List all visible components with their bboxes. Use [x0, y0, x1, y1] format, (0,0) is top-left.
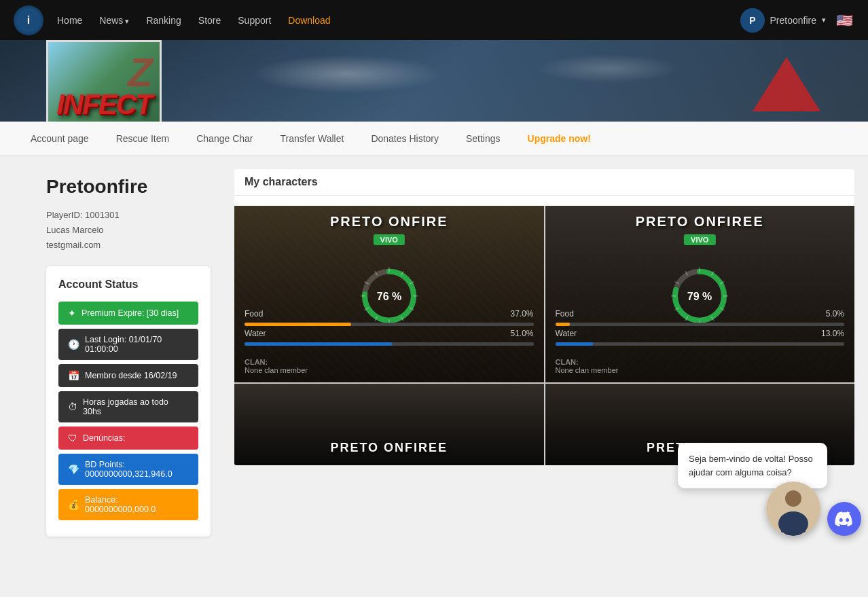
food-stat-row-2: Food 5.0%	[556, 309, 845, 319]
svg-text:79 %: 79 %	[687, 291, 712, 302]
hero-logo-inner: INFECT Z	[48, 42, 160, 122]
navbar-logo-icon[interactable]: i	[14, 5, 43, 35]
hero-logo-box: INFECT Z	[46, 40, 162, 122]
water-bar-1	[245, 342, 534, 346]
food-label-2: Food	[556, 309, 574, 319]
calendar-icon: 📅	[68, 370, 79, 381]
char-card-3[interactable]: PRETO ONFIREE	[234, 384, 544, 465]
subnav-transfer-wallet[interactable]: Transfer Wallet	[277, 133, 348, 144]
char-clan-2: CLAN: None clan member	[556, 358, 845, 374]
balance-label: Balance: 0000000000,000.0	[85, 495, 189, 514]
nav-home[interactable]: Home	[57, 15, 82, 26]
food-stat-row-1: Food 37.0%	[245, 309, 534, 319]
nav-support[interactable]: Support	[238, 15, 271, 26]
food-bar-fill-2	[556, 323, 570, 326]
water-value-2: 13.0%	[821, 329, 844, 338]
player-id: PlayerID: 1001301	[46, 208, 211, 223]
premium-label: Premium Expire: [30 dias]	[82, 308, 179, 318]
clock-icon: 🕐	[68, 339, 79, 350]
subnav-account-page[interactable]: Account page	[27, 133, 92, 144]
char-stats-1: Food 37.0% Water 51.0%	[245, 309, 534, 348]
nav-news[interactable]: News	[99, 15, 129, 26]
water-bar-2	[556, 342, 845, 346]
svg-text:i: i	[27, 14, 30, 26]
subnav-settings[interactable]: Settings	[463, 133, 504, 144]
subnav: Account page Rescue Item Change Char Tra…	[0, 122, 868, 156]
water-label-2: Water	[556, 329, 577, 338]
vivo-badge-2: VIVO	[684, 234, 715, 245]
account-status-title: Account Status	[58, 278, 198, 291]
chat-bubble-text: Seja bem-vindo de volta! Posso ajudar co…	[689, 454, 813, 477]
hero-logo-text: INFECT	[56, 88, 151, 121]
last-login-btn: 🕐 Last Login: 01/01/70 01:00:00	[58, 329, 198, 360]
hero-banner: INFECT Z	[0, 40, 868, 122]
clan-label-1: CLAN:	[245, 358, 534, 366]
brand-triangle	[753, 57, 820, 111]
reports-btn: 🛡 Denúncias:	[58, 427, 198, 450]
nav-store[interactable]: Store	[198, 15, 221, 26]
navbar-dropdown-icon: ▾	[822, 16, 826, 24]
characters-wrapper: My characters PRETO ONFIRE VIVO	[234, 169, 854, 465]
profile-name: Pretoonfire	[46, 176, 211, 198]
shield-icon: 🛡	[68, 433, 77, 444]
wallet-icon: 💰	[68, 499, 79, 510]
clan-value-1: None clan member	[245, 366, 534, 374]
nav-download[interactable]: Download	[288, 15, 330, 26]
chat-bubble: Seja bem-vindo de volta! Posso ajudar co…	[678, 443, 827, 488]
char-name-2: PRETO ONFIREE	[545, 214, 855, 230]
food-value-1: 37.0%	[510, 309, 533, 319]
subnav-rescue-item[interactable]: Rescue Item	[113, 133, 173, 144]
chat-avatar[interactable]	[766, 482, 820, 536]
food-bar-fill-1	[245, 323, 351, 326]
discord-icon	[835, 511, 854, 526]
reports-label: Denúncias:	[83, 433, 126, 443]
member-since-btn: 📅 Membro desde 16/02/19	[58, 364, 198, 387]
char-card-1[interactable]: PRETO ONFIRE VIVO	[234, 206, 544, 382]
navbar-avatar: P	[740, 8, 765, 33]
subnav-upgrade[interactable]: Upgrade now!	[524, 133, 594, 144]
profile-info: PlayerID: 1001301 Lucas Marcelo testgmai…	[46, 208, 211, 253]
playtime-btn: ⏱ Horas jogadas ao todo 30hs	[58, 391, 198, 422]
characters-grid: PRETO ONFIRE VIVO	[234, 206, 854, 465]
water-value-1: 51.0%	[510, 329, 533, 338]
char-stats-2: Food 5.0% Water 13.0%	[556, 309, 845, 348]
char-clan-1: CLAN: None clan member	[245, 358, 534, 374]
my-characters-title: My characters	[234, 169, 854, 196]
last-login-label: Last Login: 01/01/70 01:00:00	[85, 335, 189, 354]
water-bar-fill-2	[556, 342, 593, 346]
sidebar: Pretoonfire PlayerID: 1001301 Lucas Marc…	[0, 156, 224, 597]
vivo-badge-1: VIVO	[374, 234, 405, 245]
food-value-2: 5.0%	[826, 309, 844, 319]
water-stat-row-2: Water 13.0%	[556, 329, 845, 338]
member-since-label: Membro desde 16/02/19	[85, 371, 177, 380]
food-bar-2	[556, 323, 845, 326]
char-name-3: PRETO ONFIREE	[234, 441, 544, 455]
svg-text:P: P	[749, 15, 755, 26]
clan-label-2: CLAN:	[556, 358, 845, 366]
playtime-label: Horas jogadas ao todo 30hs	[83, 397, 189, 416]
char-card-2[interactable]: PRETO ONFIREE VIVO	[545, 206, 855, 382]
water-stat-row-1: Water 51.0%	[245, 329, 534, 338]
premium-status-btn[interactable]: ✦ Premium Expire: [30 dias]	[58, 302, 198, 325]
navbar: i Home News Ranking Store Support Downlo…	[0, 0, 868, 40]
bd-points-label: BD Points: 0000000000,321,946.0	[85, 460, 189, 479]
page-body: Pretoonfire PlayerID: 1001301 Lucas Marc…	[0, 156, 868, 597]
food-bar-1	[245, 323, 534, 326]
svg-point-35	[785, 490, 801, 507]
char-name-1: PRETO ONFIRE	[234, 214, 544, 230]
discord-button[interactable]	[827, 502, 861, 536]
subnav-change-char[interactable]: Change Char	[193, 133, 256, 144]
navbar-username: Pretoonfire	[770, 15, 816, 26]
navbar-user[interactable]: P Pretoonfire ▾	[740, 8, 826, 33]
nav-ranking[interactable]: Ranking	[146, 15, 181, 26]
navbar-right: P Pretoonfire ▾ 🇺🇸	[740, 8, 854, 33]
navbar-links: Home News Ranking Store Support Download	[57, 15, 740, 26]
svg-text:76 %: 76 %	[377, 291, 401, 302]
subnav-donates-history[interactable]: Donates History	[367, 133, 442, 144]
balance-btn: 💰 Balance: 0000000000,000.0	[58, 489, 198, 520]
water-label-1: Water	[245, 329, 266, 338]
player-email: testgmail.com	[46, 238, 211, 253]
navbar-flag[interactable]: 🇺🇸	[834, 10, 854, 31]
account-status-box: Account Status ✦ Premium Expire: [30 dia…	[46, 266, 211, 537]
svg-rect-37	[781, 519, 806, 532]
